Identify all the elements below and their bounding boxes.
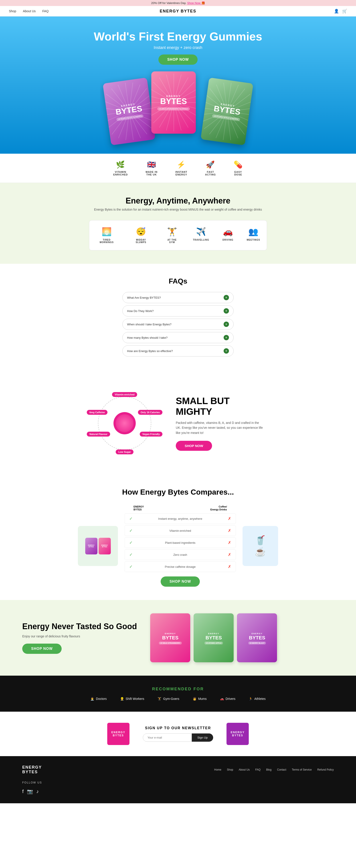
driving-icon: 🚗 bbox=[223, 227, 233, 237]
nav-shop[interactable]: Shop bbox=[9, 9, 16, 13]
use-case-travel: ✈️ TRAVELLING bbox=[193, 227, 209, 244]
footer-top: ENERGYBYTES Home Shop About Us FAQ Blog … bbox=[22, 765, 334, 774]
compare-section: How Energy Bytes Compares... ENERGYBYTES… bbox=[0, 474, 356, 600]
features-strip: 🌿 VITAMINENRICHED 🇬🇧 MADE INTHE UK ⚡ INS… bbox=[0, 154, 356, 183]
faq-toggle-5[interactable]: + bbox=[224, 348, 229, 353]
check-4: ✓ bbox=[129, 552, 132, 557]
feature-vitamin-label: VITAMINENRICHED bbox=[113, 170, 128, 176]
product-berry-blast: ENERGY BYTES 15 BERRY BLAST GUMMIES bbox=[102, 78, 155, 145]
travel-icon: ✈️ bbox=[196, 227, 206, 237]
faqs-title: FAQs bbox=[9, 277, 347, 285]
check-2: ✓ bbox=[129, 528, 132, 533]
brand-logo[interactable]: ENERGY BYTES bbox=[160, 9, 197, 13]
flavours-text: Energy Never Tasted So Good Enjoy our ra… bbox=[22, 622, 137, 654]
instagram-icon[interactable]: 📷 bbox=[27, 788, 33, 795]
newsletter-logo-left: ENERGY BYTES bbox=[107, 723, 129, 745]
energy-section: Energy, Anytime, Anywhere Energy Bytes i… bbox=[0, 183, 356, 264]
easy-icon: 💊 bbox=[234, 160, 243, 169]
newsletter-section: ENERGY BYTES SIGN UP TO OUR NEWSLETTER S… bbox=[0, 712, 356, 756]
faq-question-4: How many Bytes should I take? bbox=[127, 336, 168, 339]
hero-shop-button[interactable]: SHOP NOW bbox=[158, 55, 198, 65]
faq-toggle-1[interactable]: + bbox=[224, 295, 229, 300]
feature-fast-label: FASTACTING bbox=[205, 170, 216, 176]
tiktok-icon[interactable]: ♪ bbox=[36, 788, 39, 795]
faq-toggle-4[interactable]: + bbox=[224, 335, 229, 340]
compare-label-3: Plant-based ingredients bbox=[132, 541, 228, 545]
feature-vitamin: 🌿 VITAMINENRICHED bbox=[113, 160, 128, 176]
compare-label-5: Precise caffeine dosage bbox=[132, 565, 228, 568]
nav-left: Shop About Us FAQ bbox=[9, 9, 49, 13]
cross-4: ✗ bbox=[228, 552, 231, 557]
faq-question-2: How Do They Work? bbox=[127, 309, 153, 313]
footer-home[interactable]: Home bbox=[214, 768, 221, 771]
gym-goers-label: Gym-Goers bbox=[163, 697, 179, 701]
cross-2: ✗ bbox=[228, 528, 231, 533]
flavour-strawberry: ENERGY BYTES 15 WILD STRAWBERRY bbox=[150, 613, 190, 662]
tired-label: TIRED MORNINGS bbox=[96, 239, 117, 244]
footer-terms[interactable]: Terms of Service bbox=[292, 768, 312, 771]
faq-item-5[interactable]: How are Energy Bytes so effective? + bbox=[122, 345, 234, 356]
footer-refund[interactable]: Refund Policy bbox=[317, 768, 334, 771]
energy-title: Energy, Anytime, Anywhere bbox=[9, 196, 347, 206]
compare-row-1: ✓ Instant energy, anytime, anywhere ✗ bbox=[125, 513, 236, 524]
gummy-diagram: Vitamin-enriched 6mg Caffeine Only 16 Ca… bbox=[91, 390, 158, 457]
tag-caffeine: 6mg Caffeine bbox=[87, 410, 108, 415]
footer-about[interactable]: About Us bbox=[239, 768, 250, 771]
compare-container: ENERGYBYTES ENERGYBYTES ENERGYBYTES Coff… bbox=[22, 505, 334, 587]
feature-easy-label: EASYDOSE bbox=[234, 170, 242, 176]
banner-link[interactable]: Shop Now 🎁 bbox=[187, 1, 205, 5]
flavours-shop-button[interactable]: SHOP NOW bbox=[22, 644, 62, 654]
faq-toggle-3[interactable]: + bbox=[224, 321, 229, 327]
faq-list: What Are Energy BYTES? + How Do They Wor… bbox=[122, 292, 234, 356]
compare-row-5: ✓ Precise caffeine dosage ✗ bbox=[125, 561, 236, 572]
use-cases-grid: 🌅 TIRED MORNINGS 😴 MIDDAY SLUMPS 🏋️ AT T… bbox=[89, 220, 267, 250]
recommended-title: RECOMMENDED FOR bbox=[9, 687, 347, 691]
shift-icon: 👷 bbox=[120, 697, 124, 701]
cart-icon[interactable]: 🛒 bbox=[342, 9, 347, 13]
product-wild-strawberry: ENERGY BYTES 15 WILD STRAWBERRY GUMMIES bbox=[151, 71, 196, 134]
compare-title: How Energy Bytes Compares... bbox=[22, 488, 334, 496]
rec-doctors: 👨‍⚕️ Doctors bbox=[90, 697, 107, 701]
footer-contact[interactable]: Contact bbox=[277, 768, 286, 771]
coffee-icon: ☕ bbox=[255, 547, 266, 557]
rec-mums: 👩 Mums bbox=[193, 697, 207, 701]
logo-right-text2: BYTES bbox=[232, 734, 243, 737]
compare-energy-bytes-image: ENERGYBYTES ENERGYBYTES bbox=[78, 526, 118, 566]
faq-item-1[interactable]: What Are Energy BYTES? + bbox=[122, 292, 234, 303]
top-banner: 20% Off for Valentines Day. Shop Now 🎁 bbox=[0, 0, 356, 6]
athletes-label: Athletes bbox=[254, 697, 266, 701]
faq-toggle-2[interactable]: + bbox=[224, 308, 229, 314]
tag-natural: Natural Flavour bbox=[87, 432, 110, 437]
faq-item-2[interactable]: How Do They Work? + bbox=[122, 305, 234, 316]
mighty-section: Vitamin-enriched 6mg Caffeine Only 16 Ca… bbox=[0, 372, 356, 474]
logo-left-text2: BYTES bbox=[113, 734, 124, 737]
mighty-description: Packed with caffeine, vitamins B, A, and… bbox=[176, 420, 265, 435]
footer-faq[interactable]: FAQ bbox=[255, 768, 261, 771]
account-icon[interactable]: 👤 bbox=[334, 9, 339, 13]
vitamin-icon: 🌿 bbox=[116, 160, 125, 169]
newsletter-signup-button[interactable]: Sign Up bbox=[192, 734, 213, 742]
facebook-icon[interactable]: f bbox=[22, 788, 24, 795]
midday-label: MIDDAY SLUMPS bbox=[131, 239, 151, 244]
tired-icon: 🌅 bbox=[102, 227, 112, 237]
faq-item-4[interactable]: How many Bytes should I take? + bbox=[122, 332, 234, 343]
products-container: ENERGY BYTES 15 BERRY BLAST GUMMIES bbox=[100, 69, 256, 154]
faq-question-5: How are Energy Bytes so effective? bbox=[127, 349, 173, 353]
use-case-tired: 🌅 TIRED MORNINGS bbox=[96, 227, 117, 244]
check-3: ✓ bbox=[129, 540, 132, 545]
newsletter-logo-right: ENERGY BYTES bbox=[227, 723, 249, 745]
footer-shop[interactable]: Shop bbox=[227, 768, 233, 771]
mighty-shop-button[interactable]: SHOP NOW bbox=[176, 441, 212, 451]
nav-about[interactable]: About Us bbox=[23, 9, 36, 13]
faq-item-3[interactable]: When should I take Energy Bytes? + bbox=[122, 319, 234, 330]
compare-shop-button[interactable]: SHOP NOW bbox=[161, 577, 200, 587]
flavours-section: Energy Never Tasted So Good Enjoy our ra… bbox=[0, 600, 356, 676]
footer-blog[interactable]: Blog bbox=[266, 768, 271, 771]
mums-label: Mums bbox=[198, 697, 207, 701]
recommended-section: RECOMMENDED FOR 👨‍⚕️ Doctors 👷 Shift Wor… bbox=[0, 676, 356, 712]
tag-calories: Only 16 Calories bbox=[138, 410, 162, 415]
nav-faq[interactable]: FAQ bbox=[42, 9, 49, 13]
flavour-apple-label: ENERGY BYTES 15 ATOMIC APPLE bbox=[202, 629, 225, 647]
compare-label-1: Instant energy, anytime, anywhere bbox=[132, 517, 228, 520]
newsletter-email-input[interactable] bbox=[143, 734, 192, 742]
